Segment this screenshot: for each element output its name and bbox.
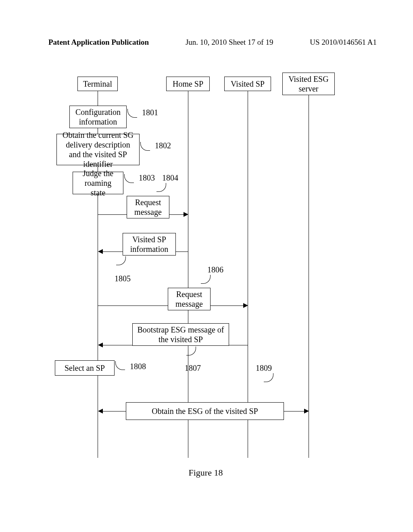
- box-request-1: Request message: [127, 196, 169, 218]
- actor-visited-esg-server: Visited ESG server: [282, 73, 335, 95]
- actor-terminal-label: Terminal: [83, 79, 112, 89]
- swoosh-1806: [201, 275, 211, 284]
- ref-1806: 1806: [207, 265, 223, 274]
- box-obtain-sg-label: Obtain the current SG delivery descripti…: [60, 130, 136, 169]
- box-obtain-sg: Obtain the current SG delivery descripti…: [56, 134, 140, 165]
- box-judge-roaming: Judge the roaming state: [73, 172, 123, 194]
- box-visited-sp-info: Visited SP information: [123, 233, 176, 256]
- box-select-sp: Select an SP: [55, 360, 115, 376]
- page-header: Patent Application Publication Jun. 10, …: [48, 38, 377, 47]
- box-request-2: Request message: [168, 288, 211, 310]
- header-center: Jun. 10, 2010 Sheet 17 of 19: [186, 38, 273, 47]
- swoosh-1804: [156, 183, 166, 192]
- actor-visited-esg-server-label: Visited ESG server: [285, 74, 332, 94]
- ref-1803: 1803: [139, 173, 155, 183]
- box-request-2-label: Request message: [171, 289, 207, 309]
- box-visited-sp-info-label: Visited SP information: [126, 235, 172, 254]
- box-obtain-esg-label: Obtain the ESG of the visited SP: [152, 406, 258, 416]
- actor-home-sp-label: Home SP: [173, 79, 203, 89]
- actor-terminal: Terminal: [77, 77, 118, 91]
- ref-1804: 1804: [162, 173, 178, 183]
- arrow-head-visited-sp-info: [98, 249, 103, 254]
- actor-visited-sp: Visited SP: [224, 77, 271, 91]
- actor-visited-sp-label: Visited SP: [231, 79, 265, 89]
- lifeline-visited-esg-server: [309, 95, 309, 458]
- header-right: US 2010/0146561 A1: [310, 38, 377, 47]
- swoosh-1807: [186, 347, 196, 355]
- swoosh-1801: [127, 109, 137, 118]
- swoosh-1802: [140, 142, 150, 151]
- actor-home-sp: Home SP: [166, 77, 210, 91]
- arrow-head-bootstrap: [98, 343, 103, 347]
- swoosh-1803: [124, 174, 134, 183]
- arrow-obtain-esg-left: [102, 411, 126, 411]
- box-obtain-esg: Obtain the ESG of the visited SP: [126, 402, 284, 420]
- ref-1808: 1808: [130, 362, 146, 371]
- ref-1807: 1807: [185, 364, 201, 373]
- box-bootstrap-label: Bootstrap ESG message of the visited SP: [136, 325, 225, 344]
- ref-1809: 1809: [256, 364, 272, 373]
- arrow-head-request-2: [243, 303, 248, 308]
- swoosh-1805: [116, 256, 126, 265]
- arrow-obtain-esg-right: [284, 411, 304, 411]
- arrow-head-obtain-esg-right: [304, 409, 309, 414]
- sequence-diagram: Terminal Home SP Visited SP Visited ESG …: [40, 73, 371, 476]
- ref-1802: 1802: [155, 141, 171, 150]
- swoosh-1808: [115, 361, 125, 370]
- box-config-info-label: Configuration information: [73, 107, 123, 127]
- ref-1805: 1805: [115, 274, 131, 283]
- swoosh-1809: [264, 373, 273, 382]
- box-judge-roaming-label: Judge the roaming state: [76, 168, 120, 197]
- figure-caption: Figure 18: [40, 468, 371, 478]
- box-request-1-label: Request message: [130, 197, 166, 217]
- header-left: Patent Application Publication: [48, 38, 149, 47]
- box-bootstrap: Bootstrap ESG message of the visited SP: [132, 323, 229, 346]
- arrow-head-obtain-esg-left: [98, 409, 103, 414]
- ref-1801: 1801: [142, 108, 158, 117]
- box-select-sp-label: Select an SP: [65, 363, 105, 373]
- arrow-head-request-1: [184, 212, 188, 217]
- box-config-info: Configuration information: [69, 106, 127, 128]
